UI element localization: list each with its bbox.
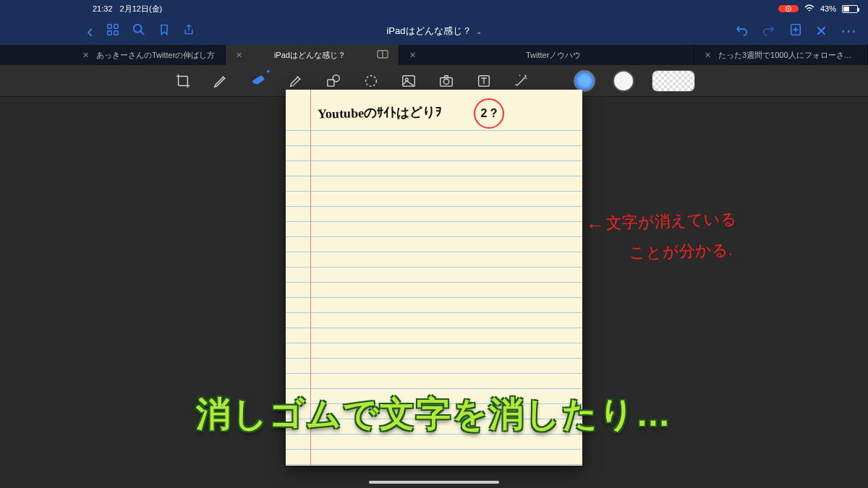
status-bar: 21:32 2月12日(金) 43%	[0, 0, 868, 17]
svg-rect-0	[107, 24, 111, 27]
close-button[interactable]: ✕	[815, 22, 827, 40]
tab-1[interactable]: ✕ iPadはどんな感じ？	[226, 45, 399, 65]
color-swatch-1[interactable]	[574, 70, 595, 92]
handwritten-text: Youtubeのｻｲﾄはどりｦ	[318, 103, 442, 123]
annotation-line-1: 文字が消えている	[605, 206, 737, 236]
chevron-down-icon: ⌄	[476, 27, 482, 35]
svg-rect-2	[107, 30, 111, 34]
document-tabs: ✕ あっきーさんのTwitterの伸ばし方 ✕ iPadはどんな感じ？ ✕ Tw…	[0, 45, 868, 65]
svg-rect-3	[114, 30, 117, 34]
shapes-tool[interactable]	[323, 71, 344, 91]
paper-template-swatch[interactable]	[652, 70, 695, 92]
status-date: 2月12日(金)	[120, 4, 163, 14]
pen-tool[interactable]	[210, 71, 231, 91]
svg-line-5	[140, 31, 144, 35]
back-button[interactable]: ‹	[87, 20, 93, 43]
annotation-line-2: ことが分かる.	[629, 237, 733, 266]
thumbnails-button[interactable]	[106, 23, 119, 40]
undo-button[interactable]	[734, 23, 749, 40]
svg-point-14	[366, 75, 377, 86]
svg-point-18	[443, 79, 448, 84]
video-caption: 消しゴムで文字を消したり…	[196, 391, 672, 437]
color-swatch-2[interactable]	[613, 70, 634, 92]
share-button[interactable]	[183, 23, 195, 40]
svg-point-4	[133, 24, 141, 32]
document-title[interactable]: iPadはどんな感じ？ ⌄	[386, 25, 481, 38]
lasso-tool[interactable]	[361, 71, 381, 91]
battery-icon	[842, 5, 858, 13]
tab-3[interactable]: ✕ たった3週間で1000人にフォローされる「フ…	[694, 45, 868, 65]
close-icon[interactable]: ✕	[236, 51, 242, 60]
image-tool[interactable]	[399, 71, 419, 91]
redo-button[interactable]	[762, 23, 776, 40]
svg-rect-11	[179, 76, 188, 85]
search-button[interactable]	[132, 23, 145, 40]
annotation-arrow: ←	[586, 214, 605, 236]
highlighter-tool[interactable]	[286, 71, 306, 91]
battery-percent: 43%	[820, 4, 836, 13]
close-icon[interactable]: ✕	[409, 51, 416, 60]
wifi-icon	[804, 4, 814, 14]
status-time: 21:32	[93, 4, 113, 13]
tab-2[interactable]: ✕ Twitterノウハウ	[399, 45, 694, 65]
svg-point-13	[333, 74, 339, 81]
crop-tool[interactable]	[173, 71, 193, 91]
svg-rect-1	[114, 24, 117, 27]
bookmark-button[interactable]	[158, 23, 170, 40]
add-page-button[interactable]	[789, 23, 802, 40]
recording-indicator[interactable]	[778, 5, 799, 12]
wand-tool[interactable]	[511, 71, 532, 91]
home-indicator[interactable]	[369, 481, 499, 484]
circled-mark: 2 ?	[474, 98, 504, 129]
close-icon[interactable]: ✕	[705, 51, 711, 60]
app-nav-bar: ‹ iPadはどんな感じ？ ⌄ ✕ ⋯	[0, 17, 868, 45]
canvas-area[interactable]: Youtubeのｻｲﾄはどりｦ 2 ? ← 文字が消えている ことが分かる. 消…	[0, 97, 868, 488]
eraser-tool[interactable]: ✦	[248, 71, 268, 91]
text-tool[interactable]	[474, 71, 494, 91]
more-button[interactable]: ⋯	[841, 22, 858, 40]
tab-0[interactable]: ✕ あっきーさんのTwitterの伸ばし方	[72, 45, 226, 65]
close-icon[interactable]: ✕	[82, 51, 89, 60]
camera-tool[interactable]	[436, 71, 456, 91]
split-view-icon[interactable]	[377, 50, 388, 60]
